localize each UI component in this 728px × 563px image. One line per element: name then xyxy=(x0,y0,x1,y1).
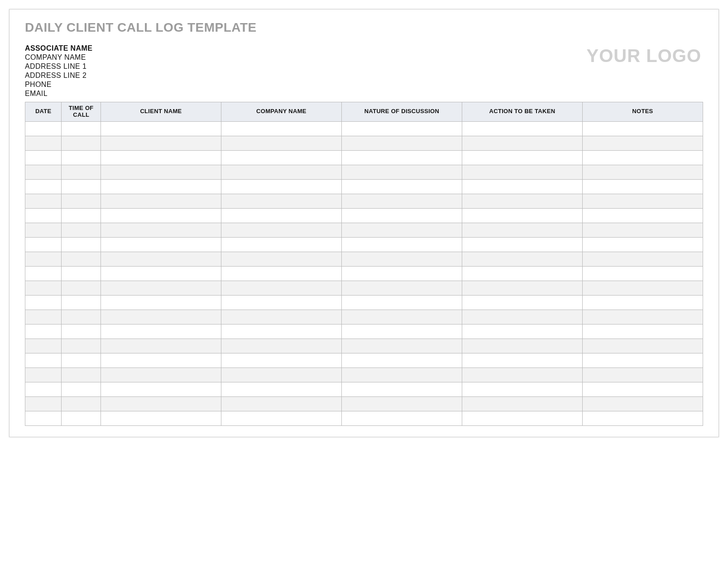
table-cell[interactable] xyxy=(25,324,62,339)
table-cell[interactable] xyxy=(582,194,703,208)
table-cell[interactable] xyxy=(462,324,582,339)
table-cell[interactable] xyxy=(462,310,582,324)
table-cell[interactable] xyxy=(62,382,101,396)
table-cell[interactable] xyxy=(101,223,221,237)
table-cell[interactable] xyxy=(221,396,341,411)
table-cell[interactable] xyxy=(62,194,101,208)
table-cell[interactable] xyxy=(341,223,462,237)
table-cell[interactable] xyxy=(101,121,221,136)
table-cell[interactable] xyxy=(62,150,101,165)
table-cell[interactable] xyxy=(221,223,341,237)
table-cell[interactable] xyxy=(341,353,462,367)
table-cell[interactable] xyxy=(62,411,101,425)
table-cell[interactable] xyxy=(101,136,221,150)
table-cell[interactable] xyxy=(62,208,101,223)
table-cell[interactable] xyxy=(341,165,462,179)
table-cell[interactable] xyxy=(25,339,62,353)
table-cell[interactable] xyxy=(221,208,341,223)
table-cell[interactable] xyxy=(341,310,462,324)
table-cell[interactable] xyxy=(462,295,582,310)
table-cell[interactable] xyxy=(25,295,62,310)
table-cell[interactable] xyxy=(462,339,582,353)
table-cell[interactable] xyxy=(221,324,341,339)
table-cell[interactable] xyxy=(62,223,101,237)
table-cell[interactable] xyxy=(25,281,62,295)
table-cell[interactable] xyxy=(341,281,462,295)
table-cell[interactable] xyxy=(101,194,221,208)
table-cell[interactable] xyxy=(62,367,101,382)
table-cell[interactable] xyxy=(462,179,582,194)
table-cell[interactable] xyxy=(62,165,101,179)
table-cell[interactable] xyxy=(101,281,221,295)
table-cell[interactable] xyxy=(25,194,62,208)
table-cell[interactable] xyxy=(341,396,462,411)
table-cell[interactable] xyxy=(582,266,703,281)
table-cell[interactable] xyxy=(101,295,221,310)
table-cell[interactable] xyxy=(25,252,62,266)
table-cell[interactable] xyxy=(582,324,703,339)
table-cell[interactable] xyxy=(25,266,62,281)
table-cell[interactable] xyxy=(582,223,703,237)
table-cell[interactable] xyxy=(582,339,703,353)
table-cell[interactable] xyxy=(221,252,341,266)
table-cell[interactable] xyxy=(25,353,62,367)
table-cell[interactable] xyxy=(462,266,582,281)
table-cell[interactable] xyxy=(25,150,62,165)
table-cell[interactable] xyxy=(221,136,341,150)
table-cell[interactable] xyxy=(62,310,101,324)
table-cell[interactable] xyxy=(462,136,582,150)
table-cell[interactable] xyxy=(582,150,703,165)
table-cell[interactable] xyxy=(341,411,462,425)
table-cell[interactable] xyxy=(221,266,341,281)
table-cell[interactable] xyxy=(25,310,62,324)
table-cell[interactable] xyxy=(582,411,703,425)
table-cell[interactable] xyxy=(62,136,101,150)
table-cell[interactable] xyxy=(341,266,462,281)
table-cell[interactable] xyxy=(62,339,101,353)
table-cell[interactable] xyxy=(25,367,62,382)
table-cell[interactable] xyxy=(221,121,341,136)
table-cell[interactable] xyxy=(221,367,341,382)
table-cell[interactable] xyxy=(101,353,221,367)
table-cell[interactable] xyxy=(221,411,341,425)
table-cell[interactable] xyxy=(221,179,341,194)
table-cell[interactable] xyxy=(62,281,101,295)
table-cell[interactable] xyxy=(582,353,703,367)
table-cell[interactable] xyxy=(25,223,62,237)
table-cell[interactable] xyxy=(582,179,703,194)
table-cell[interactable] xyxy=(582,281,703,295)
table-cell[interactable] xyxy=(582,295,703,310)
table-cell[interactable] xyxy=(221,150,341,165)
table-cell[interactable] xyxy=(341,339,462,353)
table-cell[interactable] xyxy=(582,121,703,136)
table-cell[interactable] xyxy=(221,310,341,324)
table-cell[interactable] xyxy=(101,165,221,179)
table-cell[interactable] xyxy=(462,382,582,396)
table-cell[interactable] xyxy=(462,165,582,179)
table-cell[interactable] xyxy=(582,208,703,223)
table-cell[interactable] xyxy=(582,165,703,179)
table-cell[interactable] xyxy=(341,121,462,136)
table-cell[interactable] xyxy=(101,339,221,353)
table-cell[interactable] xyxy=(341,295,462,310)
table-cell[interactable] xyxy=(462,150,582,165)
table-cell[interactable] xyxy=(101,396,221,411)
table-cell[interactable] xyxy=(341,382,462,396)
table-cell[interactable] xyxy=(221,339,341,353)
table-cell[interactable] xyxy=(25,208,62,223)
table-cell[interactable] xyxy=(462,396,582,411)
table-cell[interactable] xyxy=(101,310,221,324)
table-cell[interactable] xyxy=(221,382,341,396)
table-cell[interactable] xyxy=(582,310,703,324)
table-cell[interactable] xyxy=(221,295,341,310)
table-cell[interactable] xyxy=(341,136,462,150)
table-cell[interactable] xyxy=(101,411,221,425)
table-cell[interactable] xyxy=(582,382,703,396)
table-cell[interactable] xyxy=(582,396,703,411)
table-cell[interactable] xyxy=(341,324,462,339)
table-cell[interactable] xyxy=(101,382,221,396)
table-cell[interactable] xyxy=(341,179,462,194)
table-cell[interactable] xyxy=(582,367,703,382)
table-cell[interactable] xyxy=(462,367,582,382)
table-cell[interactable] xyxy=(62,295,101,310)
